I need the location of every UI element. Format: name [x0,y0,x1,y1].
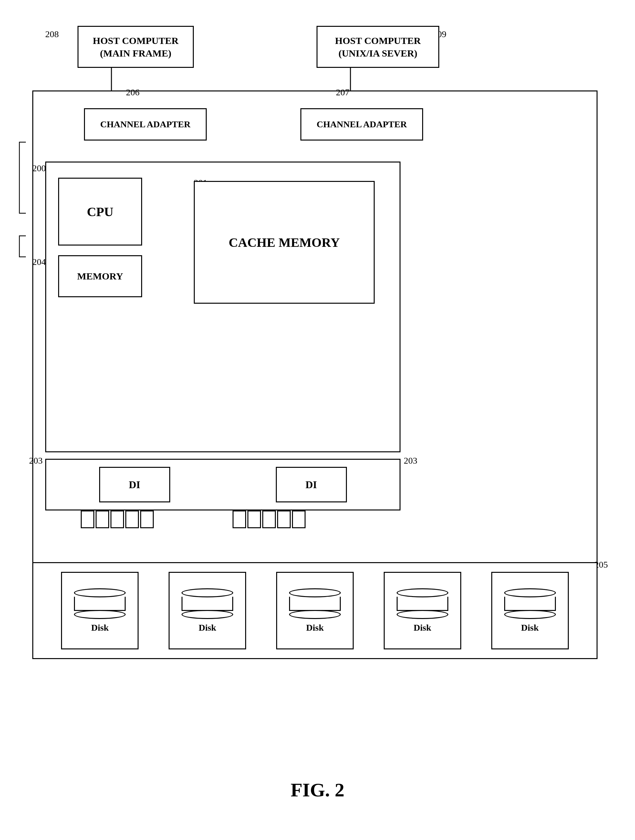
di-right-label: DI [306,479,317,491]
conn-6 [233,510,246,528]
diagram-area: 208 HOST COMPUTER (MAIN FRAME) 209 HOST … [26,19,607,730]
conn-4 [125,510,139,528]
host-left-line1: HOST COMPUTER [93,35,178,46]
di-box-right: DI [276,467,347,502]
disk-bottom-2 [181,610,233,619]
disk-body-2 [181,597,233,611]
disk-bottom-4 [397,610,448,619]
host-left-label: HOST COMPUTER (MAIN FRAME) [93,34,178,60]
cache-memory-label: CACHE MEMORY [228,235,340,250]
ref-204: 204 [32,257,46,267]
disk-label-4: Disk [414,622,431,633]
disk-body-5 [504,597,556,611]
ca-left-label: CHANNEL ADAPTER [100,119,190,129]
disk-cylinder-2 [181,588,233,621]
disk-label-2: Disk [199,622,216,633]
memory-label: MEMORY [77,271,123,282]
conn-9 [277,510,291,528]
ref-207: 207 [336,87,350,98]
disk-cylinder-3 [289,588,341,621]
channel-adapter-left: CHANNEL ADAPTER [84,108,207,141]
conn-3 [110,510,124,528]
disk-unit-5: Disk [491,572,569,649]
disk-unit-2: Disk [169,572,246,649]
ca-right-label: CHANNEL ADAPTER [317,119,407,129]
disk-array: Disk Disk Disk [32,562,597,659]
disk-bottom-1 [74,610,126,619]
host-computer-left: HOST COMPUTER (MAIN FRAME) [77,26,194,68]
page: 208 HOST COMPUTER (MAIN FRAME) 209 HOST … [0,0,635,840]
host-right-label: HOST COMPUTER (UNIX/IA SEVER) [335,34,421,60]
conn-2 [96,510,109,528]
ref-203-left: 203 [29,456,43,466]
di-box-left: DI [99,467,170,502]
disk-cylinder-4 [397,588,448,621]
cpu-label: CPU [87,204,113,219]
cache-memory-box: CACHE MEMORY [194,181,375,304]
disk-label-1: Disk [91,622,109,633]
cpu-box: CPU [58,178,142,246]
memory-box: MEMORY [58,255,142,297]
di-area: DI DI [45,459,400,510]
figure-label: FIG. 2 [291,779,345,801]
disk-cylinder-1 [74,588,126,621]
connector-row-right [233,510,306,528]
host-right-line1: HOST COMPUTER [335,35,421,46]
ref-208: 208 [45,29,59,39]
disk-body-1 [74,597,126,611]
host-left-line2: (MAIN FRAME) [100,48,172,58]
disk-bottom-3 [289,610,341,619]
di-left-label: DI [129,479,140,491]
host-right-line2: (UNIX/IA SEVER) [339,48,417,58]
disk-top-4 [397,588,448,597]
conn-10 [292,510,306,528]
disk-cylinder-5 [504,588,556,621]
disk-top-2 [181,588,233,597]
disk-bottom-5 [504,610,556,619]
ref-200: 200 [32,163,46,174]
conn-1 [81,510,94,528]
conn-7 [247,510,261,528]
host-computer-right: HOST COMPUTER (UNIX/IA SEVER) [317,26,439,68]
disk-top-3 [289,588,341,597]
disk-unit-1: Disk [61,572,139,649]
channel-adapter-right: CHANNEL ADAPTER [300,108,423,141]
disk-label-5: Disk [521,622,539,633]
disk-top-5 [504,588,556,597]
disk-body-3 [289,597,341,611]
conn-8 [262,510,276,528]
ref-206: 206 [126,87,140,98]
disk-unit-3: Disk [276,572,354,649]
connector-row-left [81,510,154,528]
disk-unit-4: Disk [384,572,461,649]
conn-5 [140,510,154,528]
disk-label-3: Disk [306,622,324,633]
disk-body-4 [397,597,448,611]
disk-top-1 [74,588,126,597]
ref-203-right: 203 [404,456,417,466]
